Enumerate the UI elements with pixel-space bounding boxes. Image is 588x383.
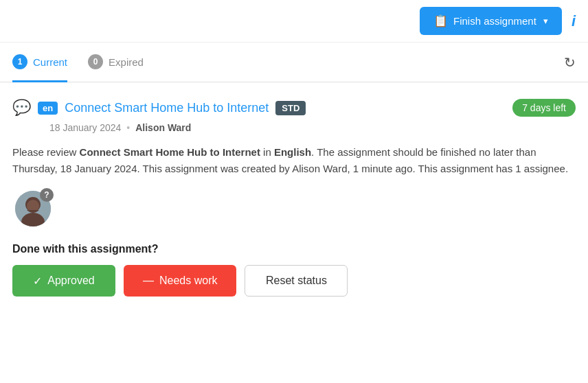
chat-icon: 💬 <box>12 99 31 117</box>
action-buttons: ✓ Approved — Needs work Reset status <box>12 265 576 297</box>
current-count-badge: 1 <box>12 54 27 69</box>
assignment-header: 💬 en Connect Smart Home Hub to Internet … <box>12 99 576 117</box>
reset-label: Reset status <box>266 275 327 286</box>
tab-expired[interactable]: 0 Expired <box>88 43 144 82</box>
tab-expired-label: Expired <box>109 56 144 68</box>
desc-bold-title: Connect Smart Home Hub to Internet <box>80 146 260 158</box>
language-badge: en <box>38 102 58 115</box>
approved-label: Approved <box>47 275 95 287</box>
meta-separator: • <box>126 122 130 133</box>
reset-status-button[interactable]: Reset status <box>245 265 348 297</box>
expired-count-badge: 0 <box>88 54 103 69</box>
assignment-meta: 18 January 2024 • Alison Ward <box>49 122 576 133</box>
assignee-avatar-container: ? <box>15 191 51 227</box>
days-left-badge: 7 days left <box>512 99 576 117</box>
done-label: Done with this assignment? <box>12 243 576 255</box>
refresh-icon: ↻ <box>564 55 576 70</box>
desc-bold-lang: English <box>274 146 311 158</box>
approved-button[interactable]: ✓ Approved <box>12 265 115 297</box>
std-badge: STD <box>275 101 306 115</box>
tabs-bar: 1 Current 0 Expired ↻ <box>0 43 588 82</box>
needs-work-button[interactable]: — Needs work <box>124 265 236 297</box>
content-area: 💬 en Connect Smart Home Hub to Internet … <box>0 82 588 313</box>
refresh-button[interactable]: ↻ <box>564 54 576 71</box>
desc-text-1: Please review <box>12 146 80 158</box>
desc-text-2: in <box>260 146 274 158</box>
header: 📋 Finish assignment ▾ i <box>0 0 588 43</box>
dash-icon: — <box>143 275 154 287</box>
finish-button-label: Finish assignment <box>453 15 536 27</box>
info-icon[interactable]: i <box>572 12 576 30</box>
assignment-date: 18 January 2024 <box>49 122 121 133</box>
question-badge: ? <box>40 188 54 202</box>
needs-work-label: Needs work <box>159 275 217 287</box>
clipboard-icon: 📋 <box>433 14 448 28</box>
check-icon: ✓ <box>33 275 42 288</box>
assignment-author: Alison Ward <box>135 122 191 133</box>
finish-assignment-button[interactable]: 📋 Finish assignment ▾ <box>420 7 562 35</box>
tab-current[interactable]: 1 Current <box>12 43 67 82</box>
assignment-description: Please review Connect Smart Home Hub to … <box>12 144 576 177</box>
chevron-down-icon: ▾ <box>543 16 548 26</box>
tab-current-label: Current <box>33 56 67 68</box>
assignment-title[interactable]: Connect Smart Home Hub to Internet <box>65 101 269 115</box>
